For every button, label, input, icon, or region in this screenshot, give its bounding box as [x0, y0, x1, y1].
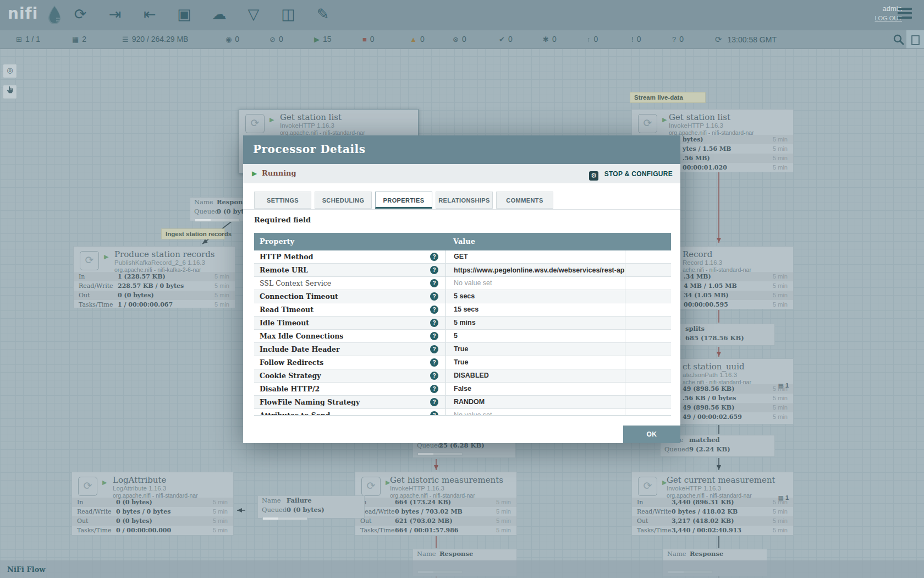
running-icon: ▶: [104, 253, 108, 260]
processor-type-icon: ⟳: [245, 114, 265, 133]
navigate-palette-button[interactable]: ◎: [3, 64, 17, 78]
property-name: Follow Redirects: [260, 356, 323, 369]
processor-title: Get station list: [669, 112, 730, 122]
property-row[interactable]: Include Date Header?True: [254, 343, 671, 356]
property-row[interactable]: Follow Redirects?True: [254, 356, 671, 369]
property-value[interactable]: GET: [446, 250, 625, 263]
property-value[interactable]: False: [446, 383, 625, 395]
funnel-icon[interactable]: ▽: [244, 3, 263, 25]
birdseye-toggle[interactable]: [906, 30, 924, 48]
property-value[interactable]: 5 mins: [446, 317, 625, 329]
status-disabled-count: 0: [462, 35, 466, 43]
processor-type-icon: ⟳: [78, 477, 97, 496]
property-value[interactable]: 5 secs: [446, 290, 625, 303]
operate-palette-button[interactable]: [3, 85, 17, 99]
processor-get-current-measurement[interactable]: ⟳▶Get current measurementInvokeHTTP 1.16…: [631, 472, 794, 536]
help-icon[interactable]: ?: [430, 319, 438, 327]
breadcrumb-root[interactable]: NiFi Flow: [7, 565, 46, 574]
label-icon[interactable]: ✎: [313, 3, 333, 25]
processor-get-historic-measurements[interactable]: ⟳▶Get historic measurementsInvokeHTTP 1.…: [355, 472, 517, 536]
stat-row: In0 (0 bytes)5 min: [72, 498, 233, 507]
property-row[interactable]: HTTP Method?GET: [254, 250, 671, 264]
property-row[interactable]: Attributes to Send?No value set: [254, 409, 671, 416]
help-icon[interactable]: ?: [430, 398, 438, 406]
processor-produce-station-records[interactable]: ⟳▶Produce station recordsPublishKafkaRec…: [73, 246, 235, 308]
property-row[interactable]: Cookie Strategy?DISABLED: [254, 369, 671, 383]
property-row[interactable]: Disable HTTP/2?False: [254, 383, 671, 396]
help-icon[interactable]: ?: [430, 411, 438, 416]
property-value[interactable]: No value set: [446, 277, 625, 290]
output-port-icon[interactable]: ⇤: [140, 3, 160, 25]
status-locally-modified-count: 0: [552, 35, 557, 43]
processor-title: Get historic measurements: [390, 475, 503, 485]
queue-size-bar: [262, 517, 307, 520]
property-value[interactable]: 5: [446, 330, 625, 342]
search-icon[interactable]: [892, 33, 905, 46]
canvas-label-stream-live-data[interactable]: Stream live-data: [630, 92, 706, 103]
help-icon[interactable]: ?: [430, 345, 438, 353]
help-icon[interactable]: ?: [430, 253, 438, 261]
property-value[interactable]: No value set: [446, 409, 625, 416]
processor-status: Running: [262, 169, 296, 177]
processor-type-icon: ⟳: [361, 477, 381, 496]
status-cluster-count: 1 / 1: [25, 35, 40, 43]
property-name: Idle Timeout: [260, 317, 309, 329]
stat-row: In1 (228.57 KB)5 min: [74, 272, 235, 281]
dialog-status-row: ▶ Running ⚙ STOP & CONFIGURE: [243, 164, 680, 183]
property-value[interactable]: 15 secs: [446, 303, 625, 316]
property-row[interactable]: FlowFile Naming Strategy?RANDOM: [254, 396, 671, 409]
canvas-label-ingest-station-records[interactable]: Ingest station records: [161, 228, 225, 239]
help-icon[interactable]: ?: [430, 266, 438, 274]
process-group-icon[interactable]: ▣: [174, 3, 194, 25]
processor-details-dialog: Processor Details ▶ Running ⚙ STOP & CON…: [243, 135, 680, 443]
status-queue: ☰920 / 264.29 MB: [122, 30, 188, 48]
tab-properties[interactable]: PROPERTIES: [375, 192, 432, 209]
help-icon[interactable]: ?: [430, 385, 438, 393]
status-stopped: ■0: [362, 30, 375, 48]
help-icon[interactable]: ?: [430, 372, 438, 380]
stat-row: Read/Write228.57 KB / 0 bytes5 min: [74, 281, 235, 291]
tab-scheduling[interactable]: SCHEDULING: [315, 192, 372, 209]
stop-and-configure-button[interactable]: ⚙ STOP & CONFIGURE: [589, 168, 673, 181]
property-row[interactable]: SSL Context Service?No value set: [254, 277, 671, 290]
property-row[interactable]: Max Idle Connections?5: [254, 330, 671, 343]
template-icon[interactable]: ◫: [278, 3, 298, 25]
running-icon: ▶: [102, 479, 107, 486]
refresh-icon[interactable]: ⟳: [715, 30, 722, 48]
property-name: FlowFile Naming Strategy: [260, 396, 360, 408]
stat-row: In664 (173.24 KB)5 min: [355, 498, 516, 507]
help-icon[interactable]: ?: [430, 332, 438, 340]
tab-settings[interactable]: SETTINGS: [254, 192, 311, 209]
global-menu-icon[interactable]: [898, 8, 912, 20]
properties-table-header: Property Value: [254, 233, 671, 250]
status-queue-count: 920 / 264.29 MB: [132, 35, 189, 43]
input-port-icon[interactable]: ⇥: [105, 3, 125, 25]
required-field-note: Required field: [254, 216, 311, 224]
property-value[interactable]: https://www.pegelonline.wsv.de/webservic…: [446, 264, 625, 277]
property-row[interactable]: Read Timeout?15 secs: [254, 303, 671, 317]
status-locally-modified-stale-count: 0: [637, 35, 641, 43]
running-icon: ▶: [662, 116, 667, 123]
help-icon[interactable]: ?: [430, 279, 438, 287]
stat-row: Read/Write0 bytes / 703.02 MB5 min: [355, 507, 516, 516]
property-row[interactable]: Idle Timeout?5 mins: [254, 317, 671, 330]
connection-label-failure[interactable]: NameFailureQueued0 (0 bytes): [257, 495, 365, 519]
property-value[interactable]: RANDOM: [446, 396, 625, 408]
help-icon[interactable]: ?: [430, 358, 438, 367]
status-disabled: ⊗0: [453, 30, 466, 48]
help-icon[interactable]: ?: [430, 292, 438, 301]
processor-logattribute[interactable]: ⟳▶LogAttributeLogAttribute 1.16.3org.apa…: [72, 472, 234, 536]
ok-button[interactable]: OK: [623, 426, 680, 443]
remote-process-group-icon[interactable]: ☁: [209, 3, 229, 25]
tab-comments[interactable]: COMMENTS: [496, 192, 553, 209]
connection-label-row: Queued9 (2.24 KB): [661, 445, 774, 454]
property-name: Remote URL: [260, 264, 308, 276]
property-value[interactable]: True: [446, 343, 625, 356]
property-row[interactable]: Remote URL?https://www.pegelonline.wsv.d…: [254, 264, 671, 277]
property-value[interactable]: True: [446, 356, 625, 369]
help-icon[interactable]: ?: [430, 306, 438, 314]
tab-relationships[interactable]: RELATIONSHIPS: [436, 192, 493, 209]
property-row[interactable]: Connection Timeout?5 secs: [254, 290, 671, 303]
processor-icon[interactable]: ⟳: [70, 3, 90, 25]
property-value[interactable]: DISABLED: [446, 369, 625, 382]
